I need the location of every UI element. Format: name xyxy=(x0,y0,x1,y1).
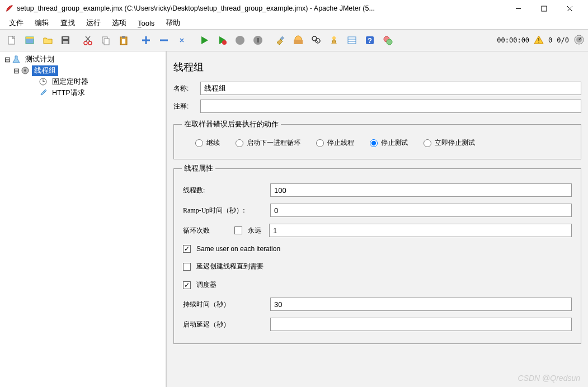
reset-search-icon[interactable] xyxy=(326,32,342,49)
menu-file[interactable]: 文件 xyxy=(4,17,28,29)
name-label: 名称: xyxy=(173,84,200,93)
same-user-checkbox[interactable] xyxy=(183,245,191,253)
save-icon[interactable] xyxy=(57,32,74,49)
scheduler-label: 调度器 xyxy=(196,280,217,290)
duration-label: 持续时间（秒） xyxy=(183,300,267,309)
tree-label: 测试计划 xyxy=(23,54,57,65)
menu-options[interactable]: 选项 xyxy=(107,17,131,29)
app-icon xyxy=(6,4,13,12)
radio-stop-test[interactable]: 停止测试 xyxy=(370,138,408,148)
gauge-icon[interactable] xyxy=(573,34,585,47)
editor-pane: 线程组 名称: 注释: 在取样器错误后要执行的动作 继续 启动下一进程循环 停止… xyxy=(167,51,588,387)
svg-line-30 xyxy=(316,40,318,42)
svg-rect-18 xyxy=(122,39,125,44)
duration-input[interactable] xyxy=(270,298,572,311)
collapse-icon[interactable]: ⊟ xyxy=(3,55,11,64)
threads-label: 线程数: xyxy=(183,186,267,195)
svg-point-38 xyxy=(387,39,392,45)
radio-continue[interactable]: 继续 xyxy=(195,138,220,148)
svg-rect-9 xyxy=(63,37,68,39)
svg-rect-25 xyxy=(257,38,259,43)
new-file-icon[interactable] xyxy=(3,32,20,49)
menu-run[interactable]: 运行 xyxy=(82,17,105,29)
svg-rect-27 xyxy=(294,40,303,44)
svg-rect-32 xyxy=(348,37,356,44)
comment-input[interactable] xyxy=(200,100,581,113)
beaker-icon xyxy=(11,54,21,64)
startup-delay-input[interactable] xyxy=(270,318,572,331)
thread-totals: 0/0 xyxy=(557,36,569,44)
svg-point-10 xyxy=(84,41,87,45)
expand-icon[interactable] xyxy=(173,32,190,49)
svg-point-44 xyxy=(24,69,26,72)
copy-icon[interactable] xyxy=(97,32,114,49)
ramp-label: Ramp-Up时间（秒）: xyxy=(183,206,267,215)
menu-find[interactable]: 查找 xyxy=(56,17,79,29)
forever-label: 永远 xyxy=(248,226,261,235)
collapse-icon[interactable]: ⊟ xyxy=(12,67,20,75)
pipette-icon xyxy=(38,88,48,98)
svg-rect-1 xyxy=(542,6,547,11)
tree-pane: ⊟ 测试计划 ⊟ 线程组 固定定时器 HTTP请求 xyxy=(0,51,167,387)
forever-checkbox[interactable] xyxy=(234,226,242,234)
radio-stop-thread[interactable]: 停止线程 xyxy=(316,138,354,148)
radio-stop-now[interactable]: 立即停止测试 xyxy=(424,138,475,148)
shutdown-icon[interactable] xyxy=(250,32,266,49)
ramp-input[interactable] xyxy=(270,204,572,217)
threads-input[interactable] xyxy=(270,183,572,197)
whats-this-icon[interactable] xyxy=(379,32,396,49)
start-icon[interactable] xyxy=(196,32,213,49)
svg-text:?: ? xyxy=(368,36,372,45)
radio-next-loop[interactable]: 启动下一进程循环 xyxy=(236,138,300,148)
svg-rect-17 xyxy=(122,36,125,38)
menu-tools[interactable]: Tools xyxy=(133,18,159,28)
clock-icon xyxy=(38,77,48,87)
watermark: CSDN @Qredsun xyxy=(518,374,580,383)
svg-rect-8 xyxy=(63,41,68,44)
start-no-timers-icon[interactable] xyxy=(214,32,231,49)
close-button[interactable] xyxy=(557,0,582,17)
search-icon[interactable] xyxy=(308,32,324,49)
tree-http-request[interactable]: HTTP请求 xyxy=(3,87,166,98)
stop-icon[interactable] xyxy=(232,32,248,49)
function-helper-icon[interactable] xyxy=(344,32,360,49)
plus-icon[interactable] xyxy=(138,32,154,49)
templates-icon[interactable] xyxy=(21,32,38,49)
comment-label: 注释: xyxy=(173,102,200,111)
warning-icon[interactable]: ! xyxy=(534,35,544,46)
clear-icon[interactable] xyxy=(272,32,289,49)
clear-all-icon[interactable] xyxy=(290,32,307,49)
tree-label: 线程组 xyxy=(32,65,58,76)
thread-props-group: 线程属性 线程数: Ramp-Up时间（秒）: 循环次数 永远 Same use… xyxy=(173,164,581,344)
maximize-button[interactable] xyxy=(531,0,557,17)
cut-icon[interactable] xyxy=(79,32,96,49)
tree-label: HTTP请求 xyxy=(50,88,87,98)
on-error-legend: 在取样器错误后要执行的动作 xyxy=(182,120,281,129)
svg-point-29 xyxy=(316,39,320,43)
loop-input[interactable] xyxy=(269,224,572,237)
delay-create-label: 延迟创建线程直到需要 xyxy=(196,262,264,271)
same-user-label: Same user on each iteration xyxy=(196,245,280,253)
menu-help[interactable]: 帮助 xyxy=(161,17,185,29)
tree-timer[interactable]: 固定定时器 xyxy=(3,76,166,87)
name-input[interactable] xyxy=(200,82,581,95)
help-icon[interactable]: ? xyxy=(361,32,378,49)
panel-title: 线程组 xyxy=(170,55,585,79)
delay-create-checkbox[interactable] xyxy=(183,263,191,271)
scheduler-checkbox[interactable] xyxy=(183,281,191,289)
svg-point-23 xyxy=(236,36,244,45)
open-icon[interactable] xyxy=(39,32,56,49)
main-split: ⊟ 测试计划 ⊟ 线程组 固定定时器 HTTP请求 线程组 名称: 注释: xyxy=(0,51,588,387)
svg-rect-15 xyxy=(104,39,109,45)
warning-count: 0 xyxy=(548,36,552,44)
minimize-button[interactable] xyxy=(505,0,531,17)
minus-icon[interactable] xyxy=(156,32,172,49)
gear-spool-icon xyxy=(20,65,30,75)
tree-test-plan[interactable]: ⊟ 测试计划 xyxy=(3,54,166,65)
svg-point-22 xyxy=(222,40,227,45)
tree-thread-group[interactable]: ⊟ 线程组 xyxy=(3,65,166,76)
paste-icon[interactable] xyxy=(115,32,132,49)
title-bar: setup_thread_group_example.jmx (C:\Users… xyxy=(0,0,588,17)
menu-edit[interactable]: 编辑 xyxy=(30,17,54,29)
svg-point-11 xyxy=(88,41,92,45)
